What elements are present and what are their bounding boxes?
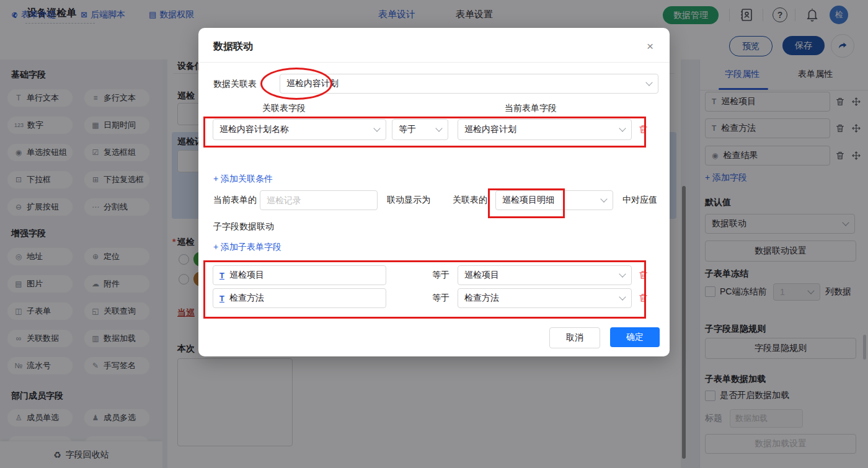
condition-target-select[interactable]: 巡检内容计划 bbox=[458, 119, 632, 140]
text-field-icon: T bbox=[219, 294, 224, 303]
subfield-target-select[interactable]: 检查方法 bbox=[458, 288, 632, 308]
chevron-down-icon bbox=[373, 125, 380, 131]
divider bbox=[198, 62, 670, 63]
delete-subfield-icon[interactable] bbox=[638, 293, 649, 303]
chevron-down-icon bbox=[619, 293, 626, 300]
subfield-linkage-title: 子字段数据联动 bbox=[213, 221, 274, 232]
subfield-source-box[interactable]: T检查方法 bbox=[213, 288, 386, 308]
condition-field-select[interactable]: 巡检内容计划名称 bbox=[213, 119, 386, 140]
chevron-down-icon bbox=[645, 79, 652, 86]
column-header-relation-field: 关联表字段 bbox=[262, 103, 306, 114]
text-field-icon: T bbox=[219, 271, 224, 280]
display-middle-label: 联动显示为 bbox=[387, 195, 430, 206]
subfield-operator-label: 等于 bbox=[432, 293, 450, 304]
subfield-operator-label: 等于 bbox=[432, 270, 450, 281]
delete-subfield-icon[interactable] bbox=[638, 270, 649, 280]
column-header-current-form-field: 当前表单字段 bbox=[505, 103, 557, 114]
display-field-input[interactable] bbox=[260, 190, 378, 210]
chevron-down-icon bbox=[619, 270, 626, 277]
app-root: ‹ 设备巡检单 表单设计 表单设置 数据管理 ? 检 ⊘表单外链 ⊠后端脚本 ▤… bbox=[0, 0, 868, 468]
add-condition-link[interactable]: + 添加关联条件 bbox=[213, 174, 273, 185]
chevron-down-icon bbox=[619, 125, 626, 131]
subfield-source-box[interactable]: T巡检项目 bbox=[213, 265, 386, 285]
related-field-select[interactable]: 巡检项目明细 bbox=[495, 190, 613, 210]
condition-operator-select[interactable]: 等于 bbox=[392, 119, 448, 140]
chevron-down-icon bbox=[435, 125, 442, 131]
add-subform-field-link[interactable]: + 添加子表单字段 bbox=[213, 242, 281, 253]
data-linkage-modal: 数据联动 × 数据关联表 巡检内容计划 关联表字段 当前表单字段 巡检内容计划名… bbox=[198, 28, 670, 356]
display-prefix-label: 当前表单的 bbox=[213, 195, 257, 206]
relation-table-select[interactable]: 巡检内容计划 bbox=[280, 74, 658, 94]
chevron-down-icon bbox=[600, 195, 607, 202]
modal-title: 数据联动 bbox=[213, 40, 253, 53]
display-suffix-label: 中对应值 bbox=[622, 195, 657, 206]
confirm-button[interactable]: 确定 bbox=[610, 327, 660, 347]
cancel-button[interactable]: 取消 bbox=[549, 327, 600, 348]
relation-table-label: 数据关联表 bbox=[213, 79, 257, 90]
close-icon[interactable]: × bbox=[647, 40, 653, 52]
related-table-label: 关联表的 bbox=[453, 195, 487, 206]
delete-condition-icon[interactable] bbox=[638, 124, 649, 135]
subfield-target-select[interactable]: 巡检项目 bbox=[458, 265, 632, 285]
